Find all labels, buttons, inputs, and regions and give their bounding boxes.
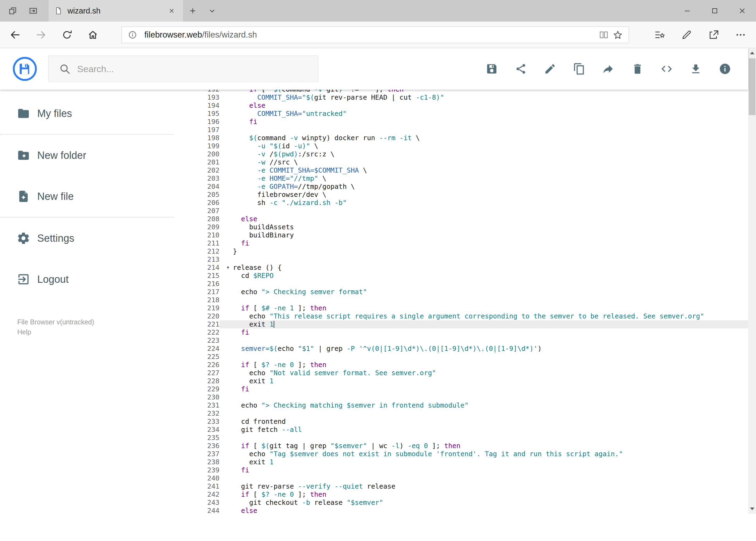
share-page-icon[interactable] [701,22,727,48]
code-text: else [219,215,748,223]
code-line[interactable]: 229 fi [174,385,748,393]
minimize-button[interactable] [673,0,701,22]
maximize-button[interactable] [701,0,728,22]
code-line[interactable]: 244 else [174,507,748,514]
tab-list-chevron-icon[interactable] [202,0,222,22]
code-line[interactable]: 199 -u "$(id -u)" \ [174,142,748,150]
code-line[interactable]: 240 [174,474,748,482]
info-icon[interactable] [714,58,736,80]
code-line[interactable]: 198 $(command -v winpty) docker run --rm… [174,134,748,142]
code-line[interactable]: 221 exit 1 [174,320,748,328]
web-note-pen-icon[interactable] [674,22,700,48]
search-input[interactable] [77,64,299,74]
code-line[interactable]: 209 buildAssets [174,223,748,231]
home-button[interactable] [80,22,106,48]
site-info-icon[interactable] [126,28,139,42]
code-line[interactable]: 205 filebrowser/dev \ [174,191,748,199]
fold-arrow-icon[interactable]: ▾ [226,264,230,271]
address-bar[interactable]: filebrowser.web/files/wizard.sh [122,26,629,43]
copy-icon[interactable] [568,58,591,80]
code-line[interactable]: 226 if [ $? -ne 0 ]; then [174,361,748,369]
code-line[interactable]: 214▾release () { [174,264,748,272]
code-line[interactable]: 196 fi [174,118,748,126]
code-line[interactable]: 193 COMMIT_SHA="$(git rev-parse HEAD | c… [174,94,748,102]
delete-icon[interactable] [626,58,649,80]
code-line[interactable]: 232 [174,409,748,417]
code-line[interactable]: 218 [174,296,748,304]
code-line[interactable]: 197 [174,126,748,134]
sidebar-item-logout[interactable]: Logout [0,259,174,300]
favorite-star-icon[interactable] [611,28,625,42]
code-line[interactable]: 241 git rev-parse --verify --quiet relea… [174,482,748,490]
move-icon[interactable] [597,58,620,80]
code-line[interactable]: 235 [174,434,748,442]
code-line[interactable]: 203 -e HOME="//tmp" \ [174,175,748,183]
code-line[interactable]: 206 sh -c "./wizard.sh -b" [174,199,748,207]
code-line[interactable]: 194 else [174,102,748,110]
code-line[interactable]: 220 echo "This release script requires a… [174,312,748,320]
code-line[interactable]: 215 cd $REPO [174,272,748,280]
close-window-button[interactable] [728,0,756,22]
more-ellipsis-icon[interactable] [728,22,754,48]
code-line[interactable]: 210 buildBinary [174,231,748,239]
code-line[interactable]: 195 COMMIT_SHA="untracked" [174,110,748,118]
scrollbar-thumb[interactable] [749,58,755,115]
code-line[interactable]: 219 if [ $# -ne 1 ]; then [174,304,748,312]
share-icon[interactable] [510,58,532,80]
sidebar-item-new-file[interactable]: New file [0,176,174,217]
back-button[interactable] [2,22,28,48]
code-line[interactable]: 212} [174,248,748,256]
search-box[interactable] [48,56,318,82]
save-icon[interactable] [480,58,503,80]
code-line[interactable]: 237 echo "Tag $semver does not exist in … [174,450,748,458]
code-line[interactable]: 207 [174,207,748,215]
code-line[interactable]: 224 semver=$(echo "$1" | grep -P '^v(0|[… [174,345,748,353]
source-code-icon[interactable] [655,58,678,80]
code-line[interactable]: 238 exit 1 [174,458,748,466]
refresh-button[interactable] [54,22,80,48]
help-link[interactable]: Help [17,327,174,337]
code-line[interactable]: 243 git checkout -b release "$semver" [174,499,748,507]
code-line[interactable]: 233 cd frontend [174,417,748,426]
code-editor[interactable]: 192 if [ "$(command -v git)" != "" ]; th… [174,90,748,514]
sidebar-item-my-files[interactable]: My files [0,93,174,134]
browser-tab[interactable]: wizard.sh [49,0,183,22]
code-line[interactable]: 208 else [174,215,748,223]
url-text[interactable]: filebrowser.web/files/wizard.sh [144,30,257,40]
code-line[interactable]: 223 [174,336,748,345]
set-tabs-aside-icon[interactable] [5,3,21,19]
new-tab-button[interactable] [183,0,202,22]
code-line[interactable]: 217 echo "> Checking semver format" [174,288,748,296]
forward-button[interactable] [28,22,54,48]
code-line[interactable]: 202 -e COMMIT_SHA=$COMMIT_SHA \ [174,166,748,175]
code-line[interactable]: 211 fi [174,239,748,248]
code-line[interactable]: 201 -w //src \ [174,158,748,166]
code-line[interactable]: 227 echo "Not valid semver format. See s… [174,369,748,377]
tab-close-icon[interactable] [166,5,177,17]
code-line[interactable]: 236 if [ $(git tag | grep "$semver" | wc… [174,442,748,450]
code-line[interactable]: 216 [174,280,748,288]
filebrowser-logo-icon[interactable] [12,56,37,81]
code-line[interactable]: 230 [174,393,748,401]
reading-view-icon[interactable] [597,28,611,42]
code-line[interactable]: 225 [174,353,748,361]
page-scrollbar[interactable] [748,48,756,514]
code-line[interactable]: 231 echo "> Checking matching $semver in… [174,401,748,409]
hub-favorites-icon[interactable] [647,22,672,48]
code-line[interactable]: 200 -v /$(pwd):/src:z \ [174,150,748,158]
download-icon[interactable] [684,58,707,80]
code-line[interactable]: 234 git fetch --all [174,426,748,434]
code-line[interactable]: 239 fi [174,466,748,474]
sidebar-item-settings[interactable]: Settings [0,218,174,259]
code-line[interactable]: 213 [174,256,748,264]
code-line[interactable]: 242 if [ $? -ne 0 ]; then [174,490,748,499]
tab-preview-toggle-icon[interactable] [25,3,41,19]
scrollbar-up-arrow-icon[interactable] [748,48,756,58]
code-line[interactable]: 192 if [ "$(command -v git)" != "" ]; th… [174,90,748,94]
sidebar-item-new-folder[interactable]: New folder [0,135,174,176]
scrollbar-down-arrow-icon[interactable] [748,504,756,514]
code-line[interactable]: 228 exit 1 [174,377,748,385]
edit-icon[interactable] [539,58,561,80]
code-line[interactable]: 222 fi [174,328,748,336]
code-line[interactable]: 204 -e GOPATH=//tmp/gopath \ [174,183,748,191]
